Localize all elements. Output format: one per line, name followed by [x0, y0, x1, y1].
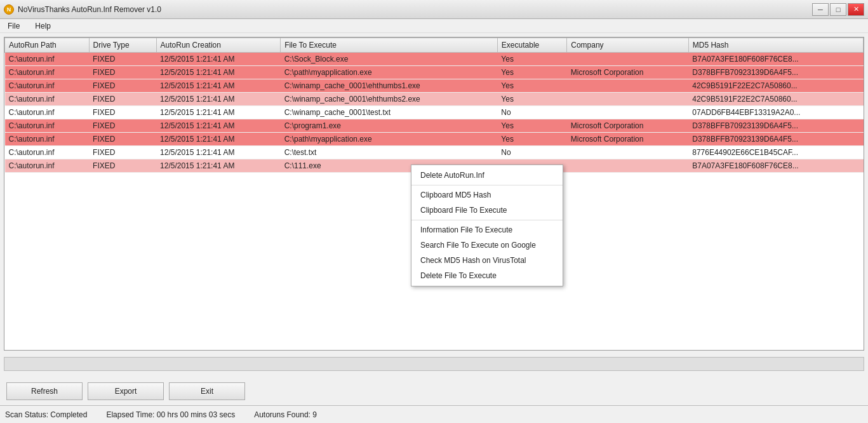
col-company: Company: [567, 38, 689, 53]
cell-row4-col1: FIXED: [89, 106, 156, 119]
cell-row0-col6: B7A07A3FE180F608F76CE8...: [688, 53, 863, 66]
title-bar-buttons: ─ □ ✕: [812, 3, 864, 16]
cell-row6-col2: 12/5/2015 1:21:41 AM: [156, 133, 281, 146]
app-icon: N: [4, 4, 14, 15]
cell-row6-col3: C:\path\myapplication.exe: [281, 133, 498, 146]
autoruns-found-section: Autoruns Found: 9: [254, 410, 317, 419]
cell-row0-col3: C:\Sock_Block.exe: [281, 53, 498, 66]
menu-file[interactable]: File: [5, 21, 22, 31]
menu-help[interactable]: Help: [32, 21, 53, 31]
table-header-row: AutoRun Path Drive Type AutoRun Creation…: [5, 38, 864, 53]
table-row[interactable]: C:\autorun.infFIXED12/5/2015 1:21:41 AMC…: [5, 93, 864, 106]
cell-row7-col2: 12/5/2015 1:21:41 AM: [156, 146, 281, 159]
cell-row7-col3: C:\test.txt: [281, 146, 498, 159]
cell-row1-col0: C:\autorun.inf: [5, 66, 90, 79]
cell-row7-col5: [567, 146, 689, 159]
cell-row5-col5: Microsoft Corporation: [567, 119, 689, 133]
cell-row7-col6: 8776E44902E66CE1B45CAF...: [688, 146, 863, 159]
cell-row3-col6: 42C9B5191F22E2C7A50860...: [688, 93, 863, 106]
context-menu-item-0[interactable]: Delete AutoRun.Inf: [411, 168, 563, 183]
table-row[interactable]: C:\autorun.infFIXED12/5/2015 1:21:41 AMC…: [5, 53, 864, 66]
col-file-to-execute: File To Execute: [281, 38, 498, 53]
cell-row8-col0: C:\autorun.inf: [5, 159, 90, 173]
col-autorun-path: AutoRun Path: [5, 38, 90, 53]
status-bar: Scan Status: Completed Elapsed Time: 00 …: [0, 405, 868, 423]
context-menu-item-3[interactable]: Information File To Execute: [411, 222, 563, 238]
context-menu-item-1[interactable]: Clipboard MD5 Hash: [411, 187, 563, 203]
cell-row4-col5: [567, 106, 689, 119]
table-row[interactable]: C:\autorun.infFIXED12/5/2015 1:21:41 AMC…: [5, 133, 864, 146]
cell-row2-col3: C:\winamp_cache_0001\ehthumbs1.exe: [281, 79, 498, 93]
cell-row0-col1: FIXED: [89, 53, 156, 66]
cell-row6-col4: Yes: [497, 133, 566, 146]
cell-row2-col2: 12/5/2015 1:21:41 AM: [156, 79, 281, 93]
cell-row0-col5: [567, 53, 689, 66]
col-md5-hash: MD5 Hash: [688, 38, 863, 53]
cell-row4-col4: No: [497, 106, 566, 119]
context-menu-item-4[interactable]: Search File To Execute on Google: [411, 238, 563, 253]
scan-status-text: Scan Status: Completed: [5, 410, 87, 419]
cell-row4-col0: C:\autorun.inf: [5, 106, 90, 119]
cell-row6-col6: D378BFFB70923139D6A4F5...: [688, 133, 863, 146]
menu-bar: File Help: [0, 19, 868, 33]
cell-row2-col6: 42C9B5191F22E2C7A50860...: [688, 79, 863, 93]
table-row[interactable]: C:\autorun.infFIXED12/5/2015 1:21:41 AMC…: [5, 146, 864, 159]
cell-row1-col2: 12/5/2015 1:21:41 AM: [156, 66, 281, 79]
context-menu-item-5[interactable]: Check MD5 Hash on VirusTotal: [411, 253, 563, 268]
button-bar: Refresh Export Exit: [0, 377, 868, 405]
table-row[interactable]: C:\autorun.infFIXED12/5/2015 1:21:41 AMC…: [5, 119, 864, 133]
cell-row3-col4: Yes: [497, 93, 566, 106]
cell-row5-col0: C:\autorun.inf: [5, 119, 90, 133]
cell-row1-col4: Yes: [497, 66, 566, 79]
context-menu: Delete AutoRun.InfClipboard MD5 HashClip…: [411, 164, 563, 286]
cell-row6-col1: FIXED: [89, 133, 156, 146]
window-title: NoVirusThanks AutoRun.Inf Remover v1.0: [18, 5, 161, 14]
progress-bar: [4, 357, 864, 371]
cell-row1-col6: D378BFFB70923139D6A4F5...: [688, 66, 863, 79]
cell-row4-col6: 07ADD6FB44EBF13319A2A0...: [688, 106, 863, 119]
table-container: AutoRun Path Drive Type AutoRun Creation…: [4, 37, 864, 351]
maximize-button[interactable]: □: [830, 3, 846, 16]
autorun-table: AutoRun Path Drive Type AutoRun Creation…: [4, 37, 864, 173]
cell-row5-col6: D378BFFB70923139D6A4F5...: [688, 119, 863, 133]
refresh-button[interactable]: Refresh: [6, 382, 83, 400]
cell-row3-col2: 12/5/2015 1:21:41 AM: [156, 93, 281, 106]
elapsed-time-section: Elapsed Time: 00 hrs 00 mins 03 secs: [106, 410, 235, 419]
cell-row7-col4: No: [497, 146, 566, 159]
cell-row3-col3: C:\winamp_cache_0001\ehthumbs2.exe: [281, 93, 498, 106]
context-menu-separator-2: [411, 220, 563, 220]
export-button[interactable]: Export: [88, 382, 164, 400]
col-drive-type: Drive Type: [89, 38, 156, 53]
col-autorun-creation: AutoRun Creation: [156, 38, 281, 53]
table-row[interactable]: C:\autorun.infFIXED12/5/2015 1:21:41 AMC…: [5, 79, 864, 93]
context-menu-item-6[interactable]: Delete File To Execute: [411, 268, 563, 283]
table-row[interactable]: C:\autorun.infFIXED12/5/2015 1:21:41 AMC…: [5, 66, 864, 79]
cell-row6-col5: Microsoft Corporation: [567, 133, 689, 146]
cell-row0-col4: Yes: [497, 53, 566, 66]
cell-row4-col3: C:\winamp_cache_0001\test.txt: [281, 106, 498, 119]
cell-row2-col5: [567, 79, 689, 93]
cell-row1-col3: C:\path\myapplication.exe: [281, 66, 498, 79]
title-bar-left: N NoVirusThanks AutoRun.Inf Remover v1.0: [4, 4, 161, 15]
minimize-button[interactable]: ─: [812, 3, 829, 16]
close-button[interactable]: ✕: [848, 3, 864, 16]
cell-row1-col1: FIXED: [89, 66, 156, 79]
cell-row8-col2: 12/5/2015 1:21:41 AM: [156, 159, 281, 173]
cell-row0-col2: 12/5/2015 1:21:41 AM: [156, 53, 281, 66]
progress-area: [0, 354, 868, 377]
cell-row2-col4: Yes: [497, 79, 566, 93]
cell-row3-col1: FIXED: [89, 93, 156, 106]
table-row[interactable]: C:\autorun.infFIXED12/5/2015 1:21:41 AMC…: [5, 106, 864, 119]
cell-row7-col0: C:\autorun.inf: [5, 146, 90, 159]
cell-row2-col0: C:\autorun.inf: [5, 79, 90, 93]
exit-button[interactable]: Exit: [169, 382, 245, 400]
title-bar: N NoVirusThanks AutoRun.Inf Remover v1.0…: [0, 0, 868, 19]
context-menu-separator-0: [411, 185, 563, 185]
autoruns-found-text: Autoruns Found: 9: [254, 410, 317, 419]
cell-row2-col1: FIXED: [89, 79, 156, 93]
col-executable: Executable: [497, 38, 566, 53]
context-menu-item-2[interactable]: Clipboard File To Execute: [411, 203, 563, 218]
cell-row8-col5: [567, 159, 689, 173]
scan-status-section: Scan Status: Completed: [5, 410, 87, 419]
cell-row8-col6: B7A07A3FE180F608F76CE8...: [688, 159, 863, 173]
